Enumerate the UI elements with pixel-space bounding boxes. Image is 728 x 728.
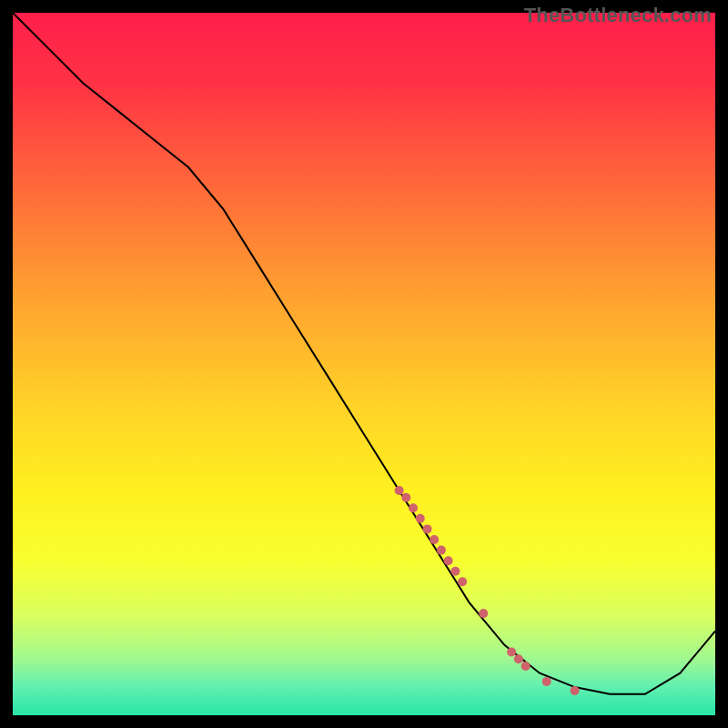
highlight-point [507,648,516,657]
highlight-point [409,503,418,512]
highlight-point [423,524,432,533]
highlight-point [437,546,446,555]
highlight-point [416,514,425,523]
highlight-point [521,662,531,671]
watermark-text: TheBottleneck.com [524,4,712,27]
highlight-point [571,686,580,695]
highlight-point [395,486,404,495]
highlight-point [430,535,439,544]
highlight-point [444,556,453,565]
chart-background [13,13,715,715]
chart-plot [13,13,715,715]
highlight-point [458,577,467,586]
highlight-point [514,654,523,663]
highlight-point [479,609,488,618]
highlight-point [542,677,551,686]
chart-frame [13,13,715,715]
highlight-point [450,567,460,576]
highlight-point [401,493,410,502]
